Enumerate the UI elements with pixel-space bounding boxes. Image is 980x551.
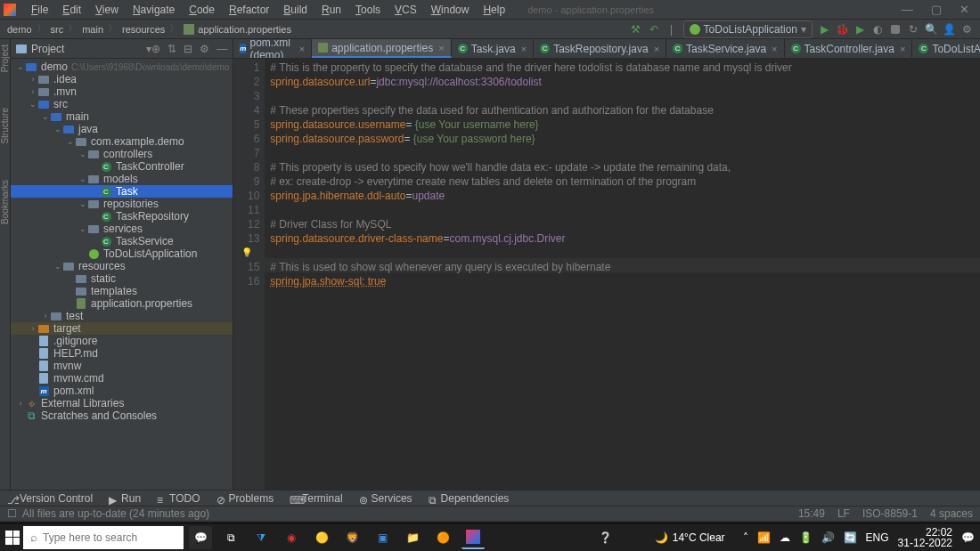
taskbar-cortana-icon[interactable]: 💬 xyxy=(189,526,212,549)
tool-stripe-project[interactable]: Project xyxy=(0,45,10,72)
tool-window-version-control[interactable]: ⎇Version Control xyxy=(7,492,93,505)
maximize-icon[interactable]: ▢ xyxy=(931,3,942,16)
tree-item[interactable]: ⌄demoC:\Users\91968\Downloads\demo\demo xyxy=(11,61,233,73)
taskbar-explorer-icon[interactable]: 📁 xyxy=(401,526,424,549)
editor-tab[interactable]: CTaskService.java× xyxy=(666,39,784,58)
user-avatar-icon[interactable]: 👤 xyxy=(943,23,955,36)
tree-item[interactable]: ⌄controllers xyxy=(11,148,233,160)
search-icon[interactable]: 🔍 xyxy=(925,23,937,36)
tray-clock[interactable]: 22:02 31-12-2022 xyxy=(898,527,952,548)
tool-window-problems[interactable]: ⊘Problems xyxy=(216,492,274,505)
menu-view[interactable]: View xyxy=(89,2,125,18)
tray-language[interactable]: ENG xyxy=(866,531,889,544)
tree-item[interactable]: ⌄com.example.demo xyxy=(11,135,233,148)
line-gutter[interactable]: 12345678910111213💡1516 xyxy=(233,59,265,490)
tray-wifi-icon[interactable]: 📶 xyxy=(757,531,771,544)
tree-item[interactable]: ⌄services xyxy=(11,223,233,235)
menu-refactor[interactable]: Refactor xyxy=(223,2,275,18)
taskbar-app-icon[interactable]: ▣ xyxy=(371,526,394,549)
settings-gear-icon[interactable]: ⚙ xyxy=(960,23,973,36)
close-tab-icon[interactable]: × xyxy=(299,44,305,54)
project-tree[interactable]: ⌄demoC:\Users\91968\Downloads\demo\demo›… xyxy=(11,59,233,490)
breadcrumb-item[interactable]: main xyxy=(82,24,103,35)
taskbar-vscode-icon[interactable]: ⧩ xyxy=(249,526,273,549)
menu-window[interactable]: Window xyxy=(425,2,476,18)
tree-item[interactable]: CTaskService xyxy=(11,235,233,247)
tool-window-terminal[interactable]: ⌨Terminal xyxy=(290,492,342,505)
close-tab-icon[interactable]: × xyxy=(521,44,527,54)
close-icon[interactable]: ✕ xyxy=(960,3,969,16)
tree-item[interactable]: ›⟐External Libraries xyxy=(11,397,233,409)
tree-item[interactable]: ⌄main xyxy=(11,110,233,123)
stop-button[interactable] xyxy=(889,23,902,36)
run-button[interactable]: ▶ xyxy=(818,23,830,36)
status-segment[interactable]: ISO-8859-1 xyxy=(862,507,918,520)
tree-item[interactable]: ⌄repositories xyxy=(11,198,233,210)
taskbar-taskview-icon[interactable]: ⧉ xyxy=(219,526,242,549)
editor-tab[interactable]: CTask.java× xyxy=(452,39,534,58)
menu-navigate[interactable]: Navigate xyxy=(127,2,181,18)
select-opened-file-icon[interactable]: ⊕ xyxy=(151,43,160,55)
close-tab-icon[interactable]: × xyxy=(772,44,777,54)
build-icon[interactable]: ⚒ xyxy=(630,23,642,36)
code-area[interactable]: ⚠6 ⚠1 ˆ ˇ # This is the property to spec… xyxy=(265,59,980,490)
taskbar-obs-icon[interactable]: ◉ xyxy=(280,526,303,549)
status-segment[interactable]: 15:49 xyxy=(798,507,825,520)
settings-icon[interactable]: ⚙ xyxy=(200,43,209,55)
tree-item[interactable]: templates xyxy=(11,285,233,297)
menu-vcs[interactable]: VCS xyxy=(388,2,423,18)
run-configuration-select[interactable]: ToDoListApplication ▾ xyxy=(683,20,813,38)
breadcrumb-item[interactable]: src xyxy=(51,24,64,35)
editor-tab[interactable]: CTaskController.java× xyxy=(785,39,913,58)
tray-volume-icon[interactable]: 🔊 xyxy=(821,531,835,544)
tool-stripe-bookmarks[interactable]: Bookmarks xyxy=(0,180,10,224)
taskbar-postman-icon[interactable]: 🟠 xyxy=(431,526,454,549)
tray-onedrive-icon[interactable]: ☁ xyxy=(780,531,790,544)
tree-item[interactable]: ⌄resources xyxy=(11,260,233,272)
breadcrumb-item[interactable]: resources xyxy=(122,24,165,35)
editor-tab[interactable]: application.properties× xyxy=(312,39,452,58)
tool-stripe-structure[interactable]: Structure xyxy=(0,108,10,144)
taskbar-help-icon[interactable]: ❔ xyxy=(593,526,617,549)
tree-item[interactable]: ›test xyxy=(11,310,233,322)
menu-file[interactable]: File xyxy=(25,2,54,18)
tree-item[interactable]: .gitignore xyxy=(11,335,233,347)
close-tab-icon[interactable]: × xyxy=(900,44,905,54)
taskbar-intellij-icon[interactable] xyxy=(461,526,485,549)
back-arrow-icon[interactable]: ↶ xyxy=(648,23,660,36)
menu-code[interactable]: Code xyxy=(183,2,221,18)
taskbar-brave-icon[interactable]: 🦁 xyxy=(340,526,363,549)
close-tab-icon[interactable]: × xyxy=(438,43,444,53)
editor-tab[interactable]: CTaskRepository.java× xyxy=(534,39,666,58)
profile-button[interactable]: ◐ xyxy=(871,23,884,36)
editor-tab[interactable]: mpom.xml (demo)× xyxy=(233,39,312,58)
collapse-all-icon[interactable]: ⊟ xyxy=(184,43,192,55)
tray-battery-icon[interactable]: 🔋 xyxy=(799,531,813,544)
weather-widget[interactable]: 🌙 14°C Clear xyxy=(655,531,725,544)
breadcrumb-item[interactable]: demo xyxy=(7,24,32,35)
tree-item[interactable]: ToDoListApplication xyxy=(11,247,233,260)
menu-tools[interactable]: Tools xyxy=(349,2,387,18)
tool-window-services[interactable]: ⊚Services xyxy=(359,492,412,505)
coverage-button[interactable]: ▶ xyxy=(853,23,866,36)
tool-window-dependencies[interactable]: ⧉Dependencies xyxy=(429,492,510,505)
hide-icon[interactable]: — xyxy=(216,43,227,55)
menu-build[interactable]: Build xyxy=(277,2,314,18)
tray-sync-icon[interactable]: 🔄 xyxy=(844,531,857,544)
update-button[interactable]: ↻ xyxy=(907,23,919,36)
project-panel-header[interactable]: Project ▾ ⊕ ⇅ ⊟ ⚙ — xyxy=(11,39,233,59)
tree-item[interactable]: HELP.md xyxy=(11,347,233,360)
tree-item[interactable]: application.properties xyxy=(11,297,233,310)
editor-tab[interactable]: CToDoListApplication.java× xyxy=(912,39,980,58)
tree-item[interactable]: ⌄java xyxy=(11,123,233,135)
minimize-icon[interactable]: — xyxy=(902,3,913,16)
tree-item[interactable]: ⌄models xyxy=(11,173,233,185)
breadcrumb-item[interactable]: application.properties xyxy=(198,24,291,35)
tree-item[interactable]: mpom.xml xyxy=(11,385,233,397)
windows-start-button[interactable] xyxy=(5,531,20,545)
taskbar-chrome-icon[interactable]: 🟡 xyxy=(310,526,333,549)
tree-item[interactable]: CTaskRepository xyxy=(11,210,233,223)
tree-item[interactable]: mvnw xyxy=(11,360,233,372)
debug-button[interactable]: 🐞 xyxy=(836,23,848,36)
menu-edit[interactable]: Edit xyxy=(56,2,87,18)
